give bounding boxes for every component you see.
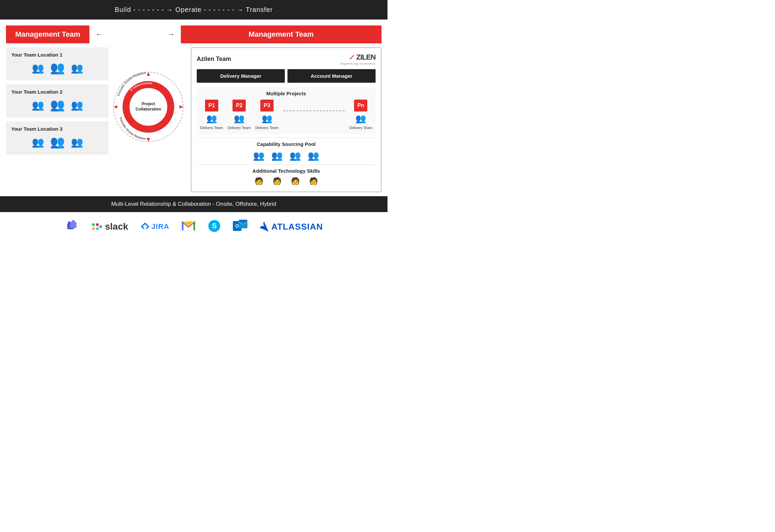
group-icon-2c: 👥 xyxy=(71,99,83,111)
group-icon-2a: 👥 xyxy=(32,99,44,111)
dotted-line xyxy=(283,111,345,111)
center-panel: IT Infrastructure Tools Processes Period… xyxy=(109,47,188,166)
jira-logo: JIRA xyxy=(140,222,169,232)
teams-logo xyxy=(65,219,79,235)
management-team-right: Management Team xyxy=(181,25,382,43)
outlook-icon: O xyxy=(233,220,248,232)
tech-icons: 🧑 🧑 🧑 🧑 xyxy=(197,177,376,186)
svg-rect-17 xyxy=(92,223,95,226)
slack-icon xyxy=(91,221,103,233)
divider-2 xyxy=(197,164,376,165)
group-icon-3b: 👥 xyxy=(50,135,65,149)
phase-transfer: Transfer xyxy=(246,6,273,13)
delivery-label-2: Delivery Team xyxy=(228,126,251,130)
manager-row: Delivery Manager Account Manager xyxy=(197,69,376,83)
left-panel: Your Team Location 1 👥 👥 👥 Your Team Loc… xyxy=(6,47,109,155)
azilen-tagline: Engineering Excellence xyxy=(341,62,376,65)
tech-title: Additional Technology Skills xyxy=(197,168,376,174)
jira-wordmark: JIRA xyxy=(151,222,169,231)
arrow1: - - - - - - - → xyxy=(133,6,175,13)
gmail-logo xyxy=(181,220,196,233)
azilen-title: Azilen Team xyxy=(197,56,231,63)
slack-logo: slack xyxy=(91,221,128,233)
group-p1: 👥 xyxy=(206,113,217,124)
bottom-bar: Multi-Level Relationship & Collaboration… xyxy=(0,196,388,212)
location-3-title: Your Team Location 3 xyxy=(11,126,103,132)
management-row: Management Team ← → Management Team xyxy=(6,25,382,43)
phase-operate: Operate xyxy=(175,6,202,13)
jira-icon xyxy=(140,222,150,232)
delivery-label-1: Delivery Team xyxy=(200,126,223,130)
tech-section: Additional Technology Skills 🧑 🧑 🧑 🧑 xyxy=(197,168,376,186)
svg-rect-20 xyxy=(99,225,102,228)
capability-section: Capability Sourcing Pool 👥 👥 👥 👥 xyxy=(197,141,376,161)
tech-icon-2: 🧑 xyxy=(273,177,282,186)
azilen-slash: ⟋ xyxy=(348,53,356,62)
circle-diagram: IT Infrastructure Tools Processes Period… xyxy=(112,70,185,143)
bottom-bar-text: Multi-Level Relationship & Collaboration… xyxy=(111,201,277,207)
svg-text:S: S xyxy=(212,222,217,230)
group-p3: 👥 xyxy=(262,113,272,124)
svg-marker-11 xyxy=(179,105,183,109)
project-pn: Pn 👥 Delivery Team xyxy=(349,100,373,130)
azilen-panel: Azilen Team ⟋ ZILEN Engineering Excellen… xyxy=(191,47,382,192)
location-3-icons: 👥 👥 👥 xyxy=(11,135,103,149)
atlassian-icon xyxy=(259,221,269,233)
project-p1: P1 👥 Delivery Team xyxy=(200,100,223,130)
group-icon-2b: 👥 xyxy=(50,98,65,112)
capability-icons: 👥 👥 👥 👥 xyxy=(197,150,376,161)
svg-marker-8 xyxy=(147,72,150,76)
svg-marker-10 xyxy=(114,105,117,109)
svg-rect-16 xyxy=(92,227,95,230)
delivery-manager-box: Delivery Manager xyxy=(197,69,285,83)
p3-badge: P3 xyxy=(260,100,274,111)
pn-badge: Pn xyxy=(354,100,367,111)
svg-text:O: O xyxy=(236,223,239,229)
group-icon-1c: 👥 xyxy=(71,62,83,74)
skype-icon: S xyxy=(208,219,221,233)
p1-badge: P1 xyxy=(205,100,218,111)
svg-rect-23 xyxy=(193,222,195,230)
divider-1 xyxy=(197,138,376,138)
cap-icon-4: 👥 xyxy=(308,150,319,161)
svg-rect-22 xyxy=(182,222,183,230)
multiple-projects-title: Multiple Projects xyxy=(200,91,372,96)
dotted-spacer xyxy=(283,112,345,117)
projects-section: Multiple Projects P1 👥 Delivery Team P2 … xyxy=(197,87,376,134)
cap-icon-3: 👥 xyxy=(290,150,301,161)
delivery-label-3: Delivery Team xyxy=(255,126,279,130)
location-2-icons: 👥 👥 👥 xyxy=(11,98,103,112)
svg-rect-19 xyxy=(96,227,99,230)
cap-icon-2: 👥 xyxy=(271,150,283,161)
location-2-title: Your Team Location 2 xyxy=(11,89,103,95)
group-icon-3a: 👥 xyxy=(32,136,44,148)
gmail-icon xyxy=(181,220,196,232)
svg-marker-9 xyxy=(147,138,150,142)
teams-icon xyxy=(65,219,79,233)
tech-icon-1: 🧑 xyxy=(254,177,263,186)
cap-icon-1: 👥 xyxy=(253,150,265,161)
location-1-icons: 👥 👥 👥 xyxy=(11,61,103,75)
group-icon-1b: 👥 xyxy=(50,61,65,75)
tech-icon-3: 🧑 xyxy=(291,177,300,186)
group-p2: 👥 xyxy=(234,113,245,124)
location-1: Your Team Location 1 👥 👥 👥 xyxy=(6,47,109,80)
management-team-left: Management Team xyxy=(6,25,89,43)
skype-logo: S xyxy=(208,219,221,234)
atlassian-logo: ATLASSIAN xyxy=(259,221,323,233)
arrow2: - - - - - - - → xyxy=(204,6,246,13)
group-icon-1a: 👥 xyxy=(32,62,44,74)
project-p2: P2 👥 Delivery Team xyxy=(228,100,251,130)
outlook-logo: O xyxy=(233,220,248,234)
svg-point-14 xyxy=(71,220,75,223)
svg-point-15 xyxy=(68,221,70,224)
p2-badge: P2 xyxy=(233,100,246,111)
top-bar: Build - - - - - - - → Operate - - - - - … xyxy=(0,0,388,20)
group-icon-3c: 👥 xyxy=(71,136,83,148)
azilen-logo: ⟋ ZILEN Engineering Excellence xyxy=(341,53,376,65)
slack-wordmark: slack xyxy=(105,221,128,232)
tech-icon-4: 🧑 xyxy=(309,177,318,186)
location-3: Your Team Location 3 👥 👥 👥 xyxy=(6,121,109,155)
atlassian-wordmark: ATLASSIAN xyxy=(271,222,323,232)
capability-title: Capability Sourcing Pool xyxy=(197,141,376,147)
